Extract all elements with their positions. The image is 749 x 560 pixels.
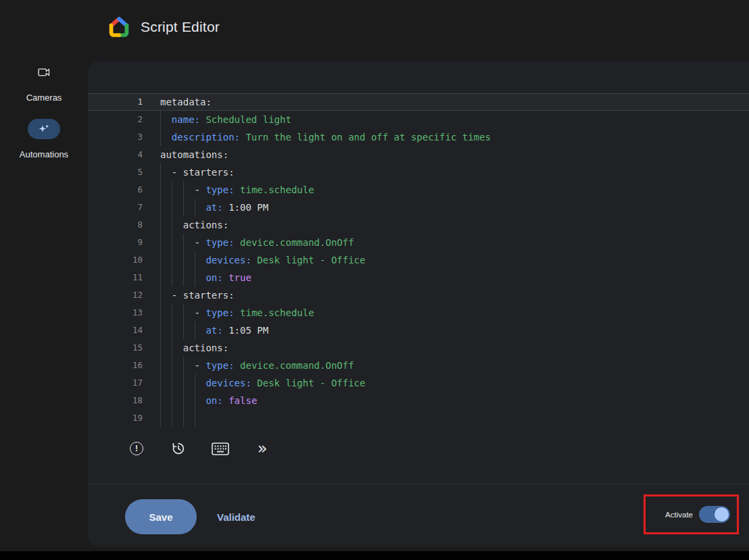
- indent-guide-line: [195, 322, 195, 339]
- editor-toolbar: !: [88, 439, 749, 458]
- line-number: 9: [88, 234, 143, 251]
- code-text: description: Turn the light on and off a…: [160, 128, 749, 146]
- code-line[interactable]: 1metadata:: [88, 93, 749, 111]
- code-line[interactable]: 15 actions:: [88, 339, 749, 357]
- indent-guide-line: [183, 392, 184, 409]
- save-button[interactable]: Save: [125, 499, 197, 534]
- code-line[interactable]: 10 devices: Desk light - Office: [88, 251, 749, 269]
- indent-guide-line: [160, 216, 161, 234]
- keyboard-icon: [212, 442, 229, 455]
- code-line[interactable]: 4automations:: [88, 146, 749, 163]
- indent-guide-line: [172, 216, 172, 234]
- line-number: 3: [88, 128, 143, 146]
- code-line[interactable]: 11 on: true: [88, 269, 749, 286]
- code-line[interactable]: 16 - type: device.command.OnOff: [88, 357, 749, 374]
- code-text: devices: Desk light - Office: [160, 374, 749, 392]
- code-text: [160, 409, 749, 427]
- code-text: at: 1:00 PM: [160, 199, 749, 216]
- sidebar-item-label: Automations: [20, 149, 68, 159]
- code-line[interactable]: 6 - type: time.schedule: [88, 181, 749, 199]
- line-number: 11: [88, 269, 143, 286]
- code-line[interactable]: 7 at: 1:00 PM: [88, 199, 749, 216]
- indent-guide-line: [160, 251, 161, 269]
- code-text: - type: time.schedule: [160, 181, 749, 199]
- indent-guide-line: [172, 269, 172, 286]
- indent-guide-line: [160, 357, 161, 374]
- activate-annotation-box: Activate: [644, 494, 739, 534]
- code-text: devices: Desk light - Office: [160, 251, 749, 269]
- footer-divider: [88, 484, 749, 484]
- code-text: automations:: [160, 146, 749, 163]
- problems-icon: !: [130, 442, 143, 455]
- indent-guide-line: [183, 409, 184, 427]
- code-line[interactable]: 2 name: Scheduled light: [88, 111, 749, 128]
- indent-guide-line: [160, 339, 161, 357]
- indent-guide-line: [172, 181, 172, 199]
- history-button[interactable]: [169, 439, 188, 458]
- code-line[interactable]: 19: [88, 409, 749, 427]
- indent-guide-line: [195, 269, 195, 286]
- toggle-knob: [715, 507, 729, 521]
- code-editor[interactable]: 1metadata:2 name: Scheduled light3 descr…: [88, 93, 749, 427]
- line-number: 14: [88, 322, 143, 339]
- code-text: on: false: [160, 392, 749, 409]
- code-text: at: 1:05 PM: [160, 322, 749, 339]
- line-number: 12: [88, 286, 143, 304]
- line-number: 10: [88, 251, 143, 269]
- line-number: 16: [88, 357, 143, 374]
- indent-guide-line: [183, 374, 184, 392]
- footer-actions: Save Validate: [125, 499, 256, 535]
- problems-button[interactable]: !: [127, 439, 146, 458]
- sparkle-icon: [28, 119, 60, 139]
- indent-guide-line: [172, 234, 172, 251]
- sidebar-item-cameras[interactable]: Cameras: [26, 62, 62, 103]
- indent-guide-line: [183, 357, 184, 374]
- code-line[interactable]: 17 devices: Desk light - Office: [88, 374, 749, 392]
- code-line[interactable]: 12 - starters:: [88, 286, 749, 304]
- code-line[interactable]: 9 - type: device.command.OnOff: [88, 234, 749, 251]
- history-icon: [171, 441, 186, 456]
- line-number: 18: [88, 392, 143, 409]
- code-text: on: true: [160, 269, 749, 286]
- indent-guide-line: [195, 251, 195, 269]
- indent-guide-line: [195, 409, 195, 427]
- indent-guide-line: [160, 163, 161, 181]
- sidebar-item-automations[interactable]: Automations: [20, 119, 68, 159]
- indent-guide-line: [172, 251, 172, 269]
- code-line[interactable]: 13 - type: time.schedule: [88, 304, 749, 322]
- indent-guide-line: [183, 234, 184, 251]
- code-text: name: Scheduled light: [160, 111, 749, 128]
- line-number: 13: [88, 304, 143, 322]
- double-chevron-icon: »: [258, 440, 268, 457]
- activate-toggle[interactable]: [699, 506, 730, 523]
- indent-guide-line: [195, 392, 195, 409]
- indent-guide-line: [183, 181, 184, 199]
- header: Script Editor: [0, 0, 749, 55]
- indent-guide-line: [183, 304, 184, 322]
- line-number: 19: [88, 409, 143, 427]
- code-line[interactable]: 5 - starters:: [88, 163, 749, 181]
- google-home-logo-icon: [108, 16, 130, 38]
- code-text: - type: time.schedule: [160, 304, 749, 322]
- code-line[interactable]: 18 on: false: [88, 392, 749, 409]
- indent-guide-line: [172, 409, 172, 427]
- code-line[interactable]: 14 at: 1:05 PM: [88, 322, 749, 339]
- bottom-black-strip: [0, 551, 749, 560]
- indent-guide-line: [160, 374, 161, 392]
- line-number: 2: [88, 111, 143, 128]
- code-line[interactable]: 8 actions:: [88, 216, 749, 234]
- keyboard-button[interactable]: [211, 439, 230, 458]
- indent-guide-line: [183, 251, 184, 269]
- code-line[interactable]: 3 description: Turn the light on and off…: [88, 128, 749, 146]
- indent-guide-line: [183, 199, 184, 216]
- code-lines: 1metadata:2 name: Scheduled light3 descr…: [88, 93, 749, 427]
- line-number: 5: [88, 163, 143, 181]
- indent-guide-line: [160, 269, 161, 286]
- indent-guide-line: [160, 409, 161, 427]
- validate-button[interactable]: Validate: [217, 511, 256, 523]
- indent-guide-line: [160, 304, 161, 322]
- activate-label: Activate: [665, 511, 693, 519]
- more-button[interactable]: »: [253, 439, 272, 458]
- indent-guide-line: [160, 199, 161, 216]
- code-text: actions:: [160, 339, 749, 357]
